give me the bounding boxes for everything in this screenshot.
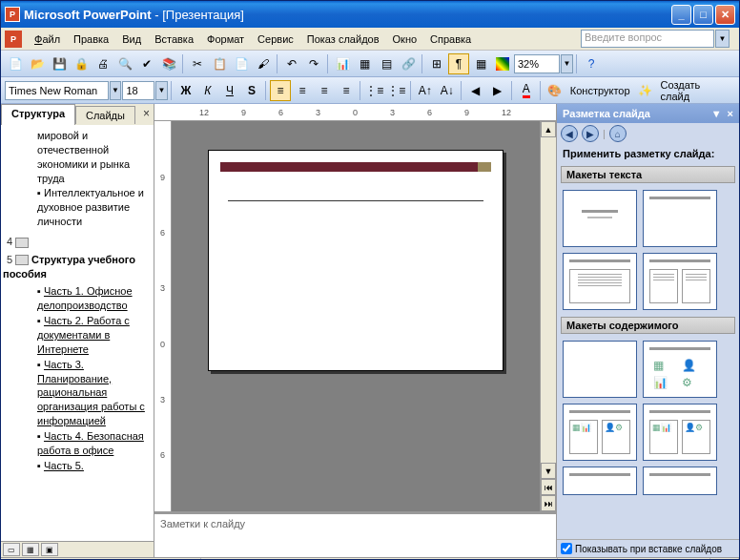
vertical-ruler[interactable]: 963036 [154,121,172,511]
task-pane-close-icon[interactable]: × [728,108,733,119]
bold-button[interactable]: Ж [175,80,196,101]
hyperlink-button[interactable]: 🔗 [398,53,419,74]
redo-button[interactable]: ↷ [303,53,324,74]
slide-icon[interactable] [15,238,29,248]
slide[interactable] [208,150,504,371]
notes-pane[interactable]: Заметки к слайду [154,511,556,557]
decrease-font-button[interactable]: A↓ [437,80,458,101]
preview-button[interactable]: 🔍 [114,53,135,74]
bullets-button[interactable]: ⋮≡ [386,80,407,101]
nav-back-button[interactable]: ◀ [561,125,578,142]
research-button[interactable]: 📚 [158,53,179,74]
zoom-dropdown[interactable]: ▼ [561,54,573,73]
shadow-button[interactable]: S [241,80,262,101]
layout-content4[interactable] [563,467,637,495]
menu-view[interactable]: Вид [115,31,148,47]
scroll-up-button[interactable]: ▲ [541,121,556,137]
menu-tools[interactable]: Сервис [251,31,300,47]
tab-slides[interactable]: Слайды [75,106,135,124]
new-button[interactable]: 📄 [5,53,26,74]
underline-button[interactable]: Ч [219,80,240,101]
scroll-down-button[interactable]: ▼ [541,463,556,479]
help-button[interactable]: ? [581,53,602,74]
format-painter-button[interactable]: 🖌 [253,53,274,74]
tabs-close-icon[interactable]: × [143,107,150,120]
font-input[interactable]: Times New Roman [5,81,109,100]
menu-file[interactable]: Файл [28,31,67,47]
menu-window[interactable]: Окно [386,31,424,47]
cut-button[interactable]: ✂ [187,53,208,74]
layout-title-only[interactable] [643,190,717,247]
horizontal-ruler[interactable]: 12963036912 [154,104,556,121]
outdent-button[interactable]: ◀ [465,80,486,101]
prev-slide-button[interactable]: ⏮ [541,479,556,495]
newslide-icon[interactable]: ✨ [635,80,656,101]
new-slide-button[interactable]: Создать слайд [657,79,735,102]
sorter-view-button[interactable]: ▦ [22,543,39,556]
print-button[interactable]: 🖨 [92,53,113,74]
menu-format[interactable]: Формат [200,31,251,47]
undo-button[interactable]: ↶ [281,53,302,74]
increase-font-button[interactable]: A↑ [415,80,436,101]
slide-canvas[interactable] [172,121,540,511]
maximize-button[interactable]: □ [693,5,713,25]
menu-insert[interactable]: Вставка [148,31,200,47]
outline-item[interactable]: Часть 1. Офисное делопроизводство [37,284,152,313]
design-icon[interactable]: 🎨 [545,80,565,101]
layout-title-text[interactable] [563,253,637,310]
font-color-button[interactable]: A [516,80,537,101]
tables-button[interactable]: ▤ [376,53,397,74]
designer-button[interactable]: Конструктор [566,85,634,96]
size-dropdown[interactable]: ▼ [155,81,168,100]
font-dropdown[interactable]: ▼ [110,81,122,100]
layout-content3[interactable]: ▦📊👤⚙ [643,404,717,461]
normal-view-button[interactable]: ▭ [3,543,20,556]
numbering-button[interactable]: ⋮≡ [364,80,385,101]
menu-edit[interactable]: Правка [67,31,115,47]
help-search-input[interactable]: Введите вопрос [581,30,714,48]
outline-bullet[interactable]: мировой и отечественной экономики и рынк… [37,129,152,185]
vertical-scrollbar[interactable]: ▲ ▼ ⏮ ⏭ [540,121,556,511]
align-center-button[interactable]: ≡ [292,80,313,101]
table-button[interactable]: ▦ [354,53,375,74]
scroll-track[interactable] [541,137,556,463]
close-button[interactable]: ✕ [715,5,735,25]
layout-blank[interactable] [563,341,637,398]
menu-slideshow[interactable]: Показ слайдов [300,31,386,47]
open-button[interactable]: 📂 [27,53,48,74]
slide-icon[interactable] [15,255,29,265]
layout-content2[interactable]: ▦📊👤⚙ [563,404,637,461]
help-search-dropdown[interactable]: ▼ [715,30,730,48]
tab-outline[interactable]: Структура [1,104,75,125]
permission-button[interactable]: 🔒 [71,53,92,74]
next-slide-button[interactable]: ⏭ [541,495,556,511]
task-pane-menu-icon[interactable]: ▼ [711,108,722,119]
outline-item[interactable]: Часть 4. Безопасная работа в офисе [37,429,152,458]
show-formatting-button[interactable]: ¶ [448,53,469,74]
align-right-button[interactable]: ≡ [314,80,335,101]
italic-button[interactable]: К [197,80,218,101]
grid-button[interactable]: ▦ [470,53,491,74]
save-button[interactable]: 💾 [49,53,70,74]
minimize-button[interactable]: _ [671,5,691,25]
outline-item[interactable]: Часть 3. Планирование, рациональная орга… [37,358,152,428]
layout-two-text[interactable] [643,253,717,310]
layout-content5[interactable] [643,467,717,495]
zoom-input[interactable]: 32% [514,54,560,73]
chart-button[interactable]: 📊 [332,53,353,74]
outline-item[interactable]: Часть 5. [37,459,152,473]
slideshow-view-button[interactable]: ▣ [41,543,58,556]
copy-button[interactable]: 📋 [209,53,230,74]
show-on-insert-checkbox[interactable] [561,543,572,554]
outline-item[interactable]: Часть 2. Работа с документами в Интернет… [37,314,152,357]
powerpoint-icon[interactable]: P [5,31,22,48]
size-input[interactable]: 18 [122,81,154,100]
layout-content[interactable]: ▦👤📊⚙ [643,341,717,398]
outline-content[interactable]: мировой и отечественной экономики и рынк… [1,125,154,541]
outline-bullet[interactable]: Интеллектуальное и духовное развитие лич… [37,186,152,229]
nav-fwd-button[interactable]: ▶ [582,125,599,142]
indent-button[interactable]: ▶ [487,80,508,101]
nav-home-button[interactable]: ⌂ [609,125,627,142]
expand-button[interactable]: ⊞ [426,53,447,74]
justify-button[interactable]: ≡ [336,80,357,101]
